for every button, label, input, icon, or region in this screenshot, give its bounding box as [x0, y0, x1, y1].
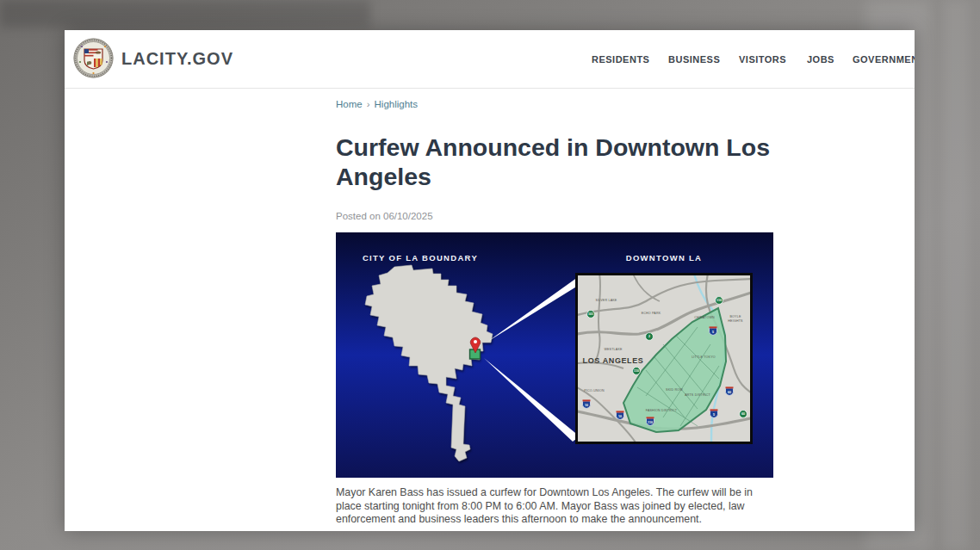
svg-text:5: 5	[713, 413, 715, 417]
downtown-inset-map: SILVER LAKE ECHO PARK WESTLAKE LOS ANGEL…	[575, 273, 753, 444]
article-body-text: Mayor Karen Bass has issued a curfew for…	[336, 486, 771, 527]
map-label: SILVER LAKE	[596, 299, 617, 302]
nav-item-jobs[interactable]: JOBS	[807, 54, 834, 65]
svg-text:110: 110	[716, 299, 722, 302]
background-band	[943, 0, 969, 550]
svg-text:110: 110	[648, 421, 653, 424]
nav-item-government[interactable]: GOVERNMENT	[853, 54, 915, 65]
site-brand[interactable]: LACITY.GOV	[121, 49, 233, 69]
svg-text:60: 60	[728, 391, 731, 394]
page-title: Curfew Announced in Downtown Los Angeles	[336, 133, 797, 191]
breadcrumb-current[interactable]: Highlights	[375, 99, 419, 109]
nav-item-visitors[interactable]: VISITORS	[739, 54, 786, 65]
map-label-los-angeles: LOS ANGELES	[583, 356, 644, 365]
background-shade	[0, 0, 370, 28]
map-label: SKID ROW	[666, 388, 683, 392]
map-label: WESTLAKE	[604, 348, 623, 351]
svg-text:110: 110	[634, 369, 639, 373]
seal-shield	[84, 49, 102, 69]
map-label: PICO-UNION	[584, 389, 605, 392]
svg-text:10: 10	[618, 415, 622, 418]
map-label: HEIGHTS	[728, 319, 743, 323]
map-label: ARTS DISTRICT	[685, 393, 710, 397]
curfew-map-graphic: CITY OF LA BOUNDARY DOWNTOWN LA	[336, 232, 773, 478]
breadcrumb-home-link[interactable]: Home	[336, 99, 363, 109]
la-city-seal-logo[interactable]	[73, 38, 114, 78]
map-label: BOYLE	[730, 315, 741, 318]
webpage-window: LACITY.GOV RESIDENTS BUSINESS VISITORS J…	[65, 30, 915, 531]
nav-item-business[interactable]: BUSINESS	[668, 54, 720, 65]
map-label: ECHO PARK	[642, 312, 661, 315]
svg-text:101: 101	[588, 312, 593, 316]
clipped-text-line	[336, 528, 771, 531]
svg-text:60: 60	[741, 412, 745, 416]
site-header: LACITY.GOV RESIDENTS BUSINESS VISITORS J…	[65, 30, 915, 89]
svg-text:10: 10	[585, 404, 588, 407]
breadcrumb-separator: ›	[367, 99, 370, 109]
breadcrumb: Home›Highlights	[336, 99, 418, 109]
posted-date: Posted on 06/10/2025	[336, 211, 433, 221]
map-label: CHINATOWN	[694, 316, 715, 319]
map-label: LITTLE TOKYO	[692, 355, 716, 359]
banner-right-label: DOWNTOWN LA	[626, 253, 703, 263]
svg-text:2: 2	[648, 335, 650, 338]
map-label: FASHION DISTRICT	[646, 409, 678, 412]
svg-text:5: 5	[712, 331, 714, 334]
nav-item-residents[interactable]: RESIDENTS	[592, 54, 649, 65]
banner-left-label: CITY OF LA BOUNDARY	[363, 253, 478, 263]
